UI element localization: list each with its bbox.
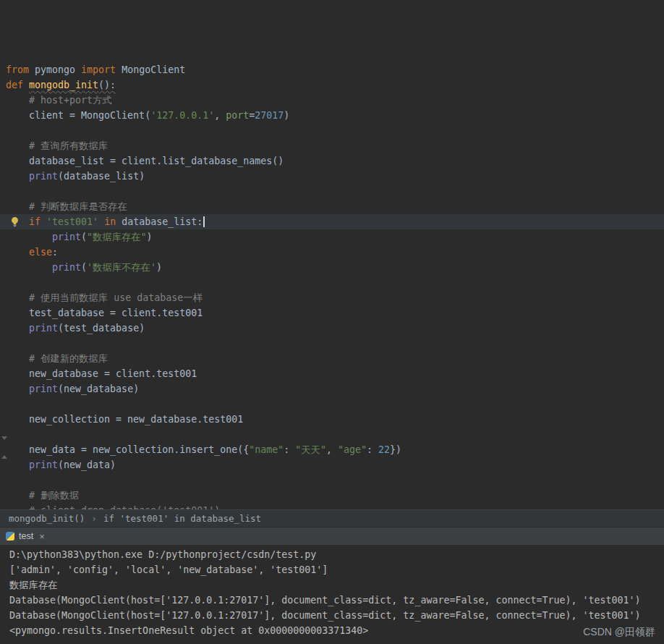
code-token: "age" (338, 444, 367, 455)
console-line: <pymongo.results.InsertOneResult object … (9, 623, 664, 638)
code-token (6, 262, 52, 273)
intention-bulb-icon[interactable] (10, 216, 20, 227)
code-token: print (52, 232, 81, 242)
code-line[interactable]: test_database = client.test001 (0, 305, 664, 321)
code-token (98, 216, 104, 227)
code-line[interactable]: # client.drop_database('test001') (0, 503, 664, 509)
console-line: Database(MongoClient(host=['127.0.0.1:27… (9, 608, 664, 623)
code-token: # 查询所有数据库 (29, 140, 108, 151)
code-token (6, 505, 29, 509)
code-token: pymongo (29, 64, 81, 75)
code-token: '127.0.0.1' (150, 110, 214, 121)
code-line[interactable]: print('数据库不存在') (0, 260, 664, 275)
code-token: 27017 (255, 110, 284, 121)
watermark: CSDN @田领群 (583, 626, 655, 639)
code-line[interactable]: else: (0, 245, 664, 260)
code-token: '数据库不存在' (87, 262, 156, 273)
code-token: ) (284, 110, 289, 121)
code-token: print (29, 171, 58, 182)
code-token (6, 232, 52, 242)
code-line[interactable] (0, 275, 664, 290)
code-line[interactable] (0, 123, 664, 138)
code-line[interactable]: new_data = new_collection.insert_one({"n… (0, 442, 664, 457)
code-line[interactable]: # 使用当前数据库 use database一样 (0, 290, 664, 305)
code-token (41, 216, 46, 227)
code-token: print (29, 323, 58, 334)
code-token: }) (390, 444, 401, 455)
code-line[interactable] (0, 336, 664, 351)
code-line[interactable] (0, 184, 664, 199)
code-line[interactable]: # 创建新的数据库 (0, 351, 664, 366)
code-token: # 使用当前数据库 use database一样 (29, 292, 203, 303)
code-token: print (29, 459, 58, 470)
code-line[interactable] (0, 473, 664, 488)
text-caret (203, 216, 205, 227)
code-token: port (226, 110, 249, 121)
run-tool-window-header: test × (0, 527, 664, 546)
code-line[interactable]: # host+port方式 (0, 93, 664, 108)
code-line[interactable]: database_list = client.list_database_nam… (0, 153, 664, 169)
code-token: (new_database) (58, 384, 139, 394)
code-token: MongoClient (116, 64, 185, 75)
code-line[interactable]: print(new_database) (0, 381, 664, 397)
code-line[interactable]: print("数据库存在") (0, 229, 664, 245)
code-token (6, 353, 29, 364)
run-console-output[interactable]: D:\python383\python.exe D:/pythonproject… (0, 546, 664, 644)
code-token: "数据库存在" (87, 232, 147, 242)
code-token: else (29, 247, 52, 258)
code-token (6, 140, 29, 151)
breadcrumb: mongodb_init()›if 'test001' in database_… (0, 509, 664, 527)
code-token: import (81, 64, 116, 75)
code-token: # 判断数据库是否存在 (29, 201, 127, 212)
code-line[interactable]: print(test_database) (0, 321, 664, 336)
code-line[interactable]: new_collection = new_database.test001 (0, 412, 664, 427)
code-token: ( (81, 232, 87, 242)
code-token (6, 247, 29, 258)
code-token: print (52, 262, 81, 273)
code-token: mongodb_init (29, 80, 98, 90)
close-tab-icon[interactable]: × (39, 532, 45, 541)
code-line-current[interactable]: if 'test001' in database_list: (0, 214, 664, 229)
code-token (6, 490, 29, 501)
code-token: 'test001' (46, 216, 98, 227)
code-line[interactable]: # 删除数据 (0, 488, 664, 503)
code-token: def (6, 80, 29, 90)
code-line[interactable]: client = MongoClient('127.0.0.1', port=2… (0, 108, 664, 123)
python-run-icon (6, 532, 14, 541)
code-line[interactable]: print(database_list) (0, 169, 664, 184)
code-line[interactable]: # 查询所有数据库 (0, 138, 664, 153)
code-line[interactable]: # 判断数据库是否存在 (0, 199, 664, 214)
code-line[interactable] (0, 427, 664, 442)
console-line: Database(MongoClient(host=['127.0.0.1:27… (9, 593, 664, 608)
code-token: , (326, 444, 338, 455)
code-token: print (29, 384, 58, 394)
code-token (6, 323, 29, 334)
code-token: database_list = client.list_database_nam… (6, 156, 284, 166)
pycharm-window: from pymongo import MongoClientdef mongo… (0, 0, 664, 644)
code-line[interactable]: from pymongo import MongoClient (0, 62, 664, 77)
breadcrumb-item[interactable]: mongodb_init() (9, 513, 85, 524)
code-token: : (52, 247, 58, 258)
run-tab-test[interactable]: test (19, 531, 33, 541)
code-line[interactable]: def mongodb_init(): (0, 77, 664, 93)
code-line[interactable] (0, 397, 664, 412)
code-token (6, 292, 29, 303)
console-line: D:\python383\python.exe D:/pythonproject… (9, 547, 664, 562)
console-line: ['admin', 'config', 'local', 'new_databa… (9, 562, 664, 577)
code-editor[interactable]: from pymongo import MongoClientdef mongo… (0, 0, 664, 509)
code-token (6, 459, 29, 470)
code-token (6, 95, 29, 106)
code-token: database_list: (116, 216, 203, 227)
code-token: # client.drop_database('test001') (29, 505, 220, 509)
code-token: test_database = client.test001 (6, 308, 203, 318)
code-token: new_database = client.test001 (6, 368, 197, 379)
code-token: (database_list) (58, 171, 145, 182)
code-line[interactable]: print(new_data) (0, 457, 664, 473)
code-token: (): (98, 80, 116, 90)
code-token: # 创建新的数据库 (29, 353, 108, 364)
code-token: # host+port方式 (29, 95, 112, 106)
code-line[interactable]: new_database = client.test001 (0, 366, 664, 381)
code-token (6, 201, 29, 212)
breadcrumb-item[interactable]: if 'test001' in database_list (103, 513, 261, 524)
code-token: ( (81, 262, 87, 273)
